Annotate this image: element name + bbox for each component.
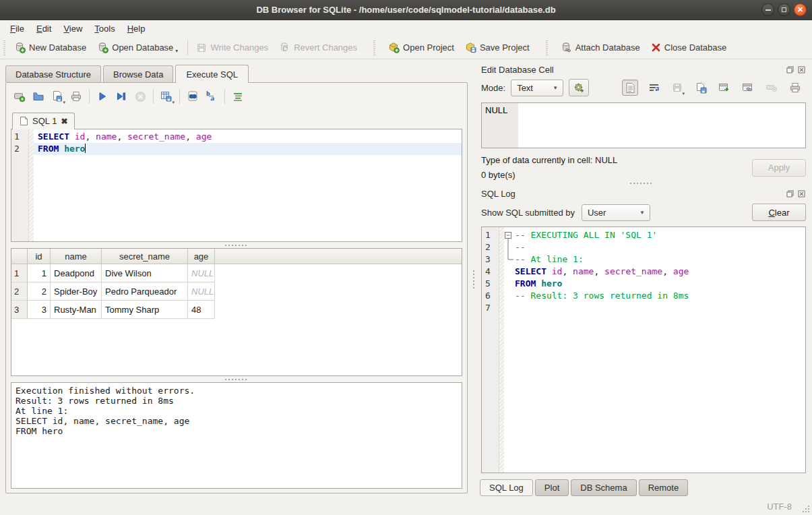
open-sql-file-button[interactable] xyxy=(30,88,47,104)
close-database-button[interactable]: Close Database xyxy=(646,40,732,55)
toolbar-drag-handle[interactable] xyxy=(2,40,7,55)
table-cell[interactable]: 48 xyxy=(188,301,215,319)
new-database-label: New Database xyxy=(29,42,86,53)
dock-float-icon[interactable] xyxy=(786,65,794,73)
log-filter-select[interactable]: User ▼ xyxy=(582,204,650,221)
sql-file-tab[interactable]: SQL 1 ✖ xyxy=(12,113,75,129)
menu-help[interactable]: Help xyxy=(121,22,152,36)
save-sql-dropdown-icon[interactable]: ▾ xyxy=(63,100,65,105)
auto-apply-button[interactable] xyxy=(569,79,589,96)
table-cell[interactable]: Deadpond xyxy=(51,264,102,282)
column-header-age[interactable]: age xyxy=(188,249,215,264)
execute-all-button[interactable] xyxy=(94,88,111,104)
save-results-button[interactable]: ▾ xyxy=(158,88,175,104)
sql-tab-close-icon[interactable]: ✖ xyxy=(61,117,67,126)
results-table[interactable]: id name secret_name age 11DeadpondDive W… xyxy=(11,248,462,376)
stop-button[interactable] xyxy=(131,88,149,104)
save-project-button[interactable]: Save Project xyxy=(460,39,535,56)
table-cell[interactable]: Rusty-Man xyxy=(51,301,102,319)
dock-float-icon[interactable] xyxy=(786,189,794,198)
dock-tab-sql-log[interactable]: SQL Log xyxy=(480,479,533,496)
tab-browse-data[interactable]: Browse Data xyxy=(103,65,173,82)
menu-tools[interactable]: Tools xyxy=(88,22,121,36)
save-results-dropdown-icon[interactable]: ▾ xyxy=(172,100,175,105)
table-row[interactable]: 11DeadpondDive WilsonNULL xyxy=(11,264,462,282)
row-header-corner[interactable] xyxy=(11,249,28,264)
table-cell[interactable]: Tommy Sharp xyxy=(102,301,188,319)
sql-log-view[interactable]: 1234567 -- EXECUTING ALL IN 'SQL 1'---- … xyxy=(481,226,806,473)
resize-grip[interactable] xyxy=(802,505,810,513)
maximize-icon[interactable] xyxy=(778,3,790,16)
save-sql-file-button[interactable]: ▾ xyxy=(49,88,66,104)
revert-changes-button[interactable]: Revert Changes xyxy=(274,39,363,56)
row-header[interactable]: 3 xyxy=(11,301,28,319)
execution-status-box[interactable]: Execution finished without errors. Resul… xyxy=(11,382,462,489)
dock-tab-db-schema[interactable]: DB Schema xyxy=(571,479,636,496)
edit-cell-dock-title: Edit Database Cell xyxy=(477,62,806,77)
export-file-icon[interactable] xyxy=(716,80,732,96)
table-cell[interactable]: 1 xyxy=(28,264,51,282)
open-external-icon[interactable] xyxy=(740,80,756,96)
open-database-button[interactable]: Open Database ▾ xyxy=(92,39,185,56)
attach-database-button[interactable]: Attach Database xyxy=(555,39,646,56)
titlebar[interactable]: DB Browser for SQLite - /home/user/code/… xyxy=(0,0,812,20)
mode-select[interactable]: Text ▼ xyxy=(511,80,563,96)
table-cell[interactable]: Pedro Parqueador xyxy=(102,282,188,301)
import-file-icon[interactable] xyxy=(693,80,709,96)
new-sql-tab-button[interactable] xyxy=(11,88,28,104)
horizontal-splitter[interactable] xyxy=(11,242,462,248)
new-database-button[interactable]: New Database xyxy=(9,39,92,56)
dock-close-icon[interactable] xyxy=(797,189,805,198)
row-header[interactable]: 1 xyxy=(11,264,28,282)
close-icon[interactable]: ✕ xyxy=(794,3,807,16)
sql-editor[interactable]: 1 2 SELECT id, name, secret_name, age FR… xyxy=(11,129,462,242)
word-wrap-icon[interactable] xyxy=(646,80,662,96)
menu-edit[interactable]: Edit xyxy=(30,22,57,36)
open-project-button[interactable]: Open Project xyxy=(383,39,460,56)
table-cell[interactable]: 2 xyxy=(28,282,51,301)
dock-close-icon[interactable] xyxy=(797,65,805,73)
table-row[interactable]: 22Spider-BoyPedro ParqueadorNULL xyxy=(11,282,462,301)
horizontal-splitter[interactable] xyxy=(477,180,806,186)
text-document-icon[interactable] xyxy=(622,80,638,96)
print-sql-button[interactable] xyxy=(67,88,85,104)
execute-current-line-button[interactable] xyxy=(113,88,130,104)
fold-spacer xyxy=(504,290,515,302)
column-header-name[interactable]: name xyxy=(51,249,102,264)
table-cell[interactable]: NULL xyxy=(188,264,215,282)
right-pane: Edit Database Cell Mode: Text ▼ ▾ xyxy=(476,59,812,497)
save-icon[interactable]: ▾ xyxy=(669,80,685,96)
table-cell[interactable]: 3 xyxy=(28,301,51,319)
menu-file[interactable]: File xyxy=(4,22,30,36)
apply-button[interactable]: Apply xyxy=(752,159,806,177)
toolbar-drag-handle[interactable] xyxy=(372,40,377,55)
dock-tab-plot[interactable]: Plot xyxy=(535,479,569,496)
table-cell[interactable]: Spider-Boy xyxy=(51,282,102,301)
find-button[interactable] xyxy=(184,88,201,104)
dock-tab-remote[interactable]: Remote xyxy=(639,479,689,496)
menu-view[interactable]: View xyxy=(57,22,88,36)
format-sql-button[interactable] xyxy=(229,88,247,104)
tab-execute-sql[interactable]: Execute SQL xyxy=(175,65,249,83)
column-header-secret-name[interactable]: secret_name xyxy=(102,249,188,264)
write-changes-button[interactable]: Write Changes xyxy=(191,40,274,56)
editor-code-area[interactable]: SELECT id, name, secret_name, age FROM h… xyxy=(34,129,462,241)
table-cell[interactable]: Dive Wilson xyxy=(102,264,188,282)
horizontal-splitter[interactable] xyxy=(11,376,462,382)
print-icon[interactable] xyxy=(787,80,803,96)
save-dropdown-icon[interactable]: ▾ xyxy=(682,91,685,96)
row-header[interactable]: 2 xyxy=(11,282,28,301)
toolbar-drag-handle[interactable] xyxy=(544,40,549,55)
tab-database-structure[interactable]: Database Structure xyxy=(5,65,101,82)
column-header-id[interactable]: id xyxy=(28,249,51,264)
table-row[interactable]: 33Rusty-ManTommy Sharp48 xyxy=(11,301,462,319)
replace-button[interactable]: ba xyxy=(203,88,220,104)
fold-marker-icon[interactable] xyxy=(504,229,515,241)
clear-log-button[interactable]: Clear xyxy=(752,204,806,221)
open-database-dropdown-icon[interactable]: ▾ xyxy=(175,48,178,54)
table-cell[interactable]: NULL xyxy=(188,282,215,301)
set-null-icon[interactable] xyxy=(763,80,780,96)
minimize-icon[interactable] xyxy=(761,3,774,16)
cell-value-editor[interactable]: NULL xyxy=(481,102,806,148)
encoding-indicator[interactable]: UTF-8 xyxy=(767,502,792,512)
